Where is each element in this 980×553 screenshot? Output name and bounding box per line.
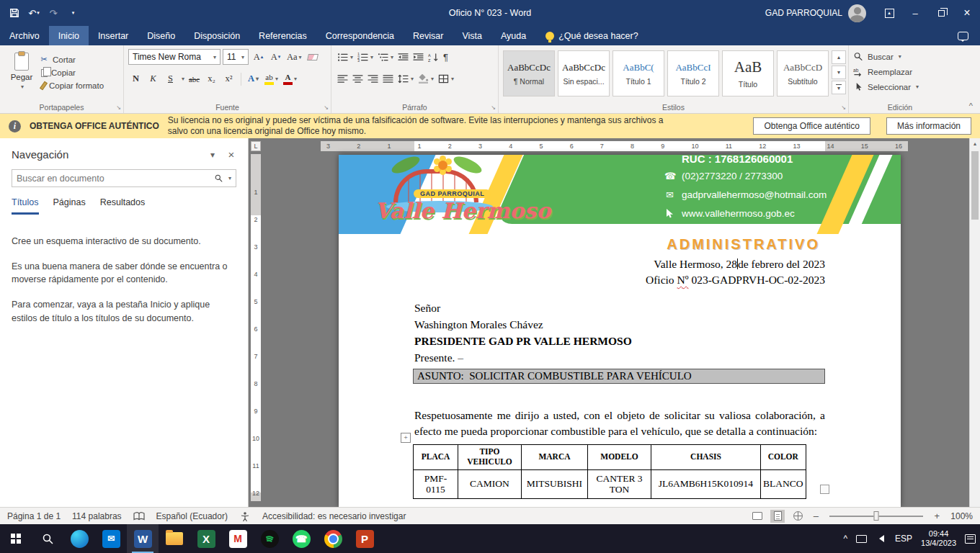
style-item[interactable]: AaBbCcD Subtítulo (777, 50, 829, 96)
ribbon-tab[interactable]: Archivo (0, 26, 49, 45)
word-count[interactable]: 114 palabras (72, 511, 122, 521)
dialog-launcher-icon[interactable]: ↘ (116, 104, 121, 111)
ribbon-tab[interactable]: Insertar (89, 26, 138, 45)
nav-pane-tab[interactable]: Títulos (12, 197, 39, 215)
table-resize-handle[interactable] (820, 485, 829, 494)
borders-button[interactable]: ▾ (437, 71, 455, 86)
powerpoint-icon[interactable]: P (349, 524, 380, 553)
get-office-button[interactable]: Obtenga Office auténtico (753, 117, 870, 135)
customize-quick-access-icon[interactable]: ▾ (64, 4, 81, 22)
spotify-icon[interactable] (254, 524, 285, 553)
clock[interactable]: 09:44 13/4/2023 (921, 529, 956, 548)
volume-icon[interactable] (876, 535, 886, 542)
collapse-ribbon-icon[interactable]: ^ (969, 102, 973, 110)
avatar[interactable] (848, 4, 866, 22)
start-button[interactable] (0, 524, 32, 553)
align-center-button[interactable] (351, 71, 365, 86)
ribbon-tab[interactable]: Correspondencia (316, 26, 404, 45)
hidden-icons-chevron[interactable]: ^ (843, 534, 847, 544)
search-icon[interactable] (214, 174, 223, 183)
tell-me-label[interactable]: ¿Qué desea hacer? (558, 26, 638, 45)
horizontal-ruler[interactable]: 32112345678910111213141516 (321, 141, 908, 151)
replace-button[interactable]: abReemplazar (853, 67, 948, 76)
ribbon-tab[interactable]: Inicio (49, 26, 89, 45)
style-item[interactable]: AaBbCcDc Sin espaci... (558, 50, 610, 96)
bullets-button[interactable]: ▾ (336, 49, 355, 65)
zoom-slider[interactable] (829, 516, 923, 517)
format-painter-button[interactable]: Copiar formato (39, 81, 104, 90)
mail-icon[interactable]: ✉ (95, 524, 127, 553)
find-button[interactable]: Buscar▾ (853, 52, 948, 61)
decrease-indent-button[interactable] (396, 49, 410, 65)
network-icon[interactable] (856, 535, 867, 543)
strikethrough-button[interactable]: abc (187, 71, 202, 86)
shading-button[interactable]: ▾ (416, 71, 435, 86)
chevron-down-icon[interactable]: ▾ (203, 150, 222, 160)
excel-icon[interactable]: X (190, 524, 222, 553)
scroll-up-icon[interactable]: ▴ (970, 138, 980, 149)
edge-icon[interactable] (63, 524, 95, 553)
close-button[interactable]: × (954, 0, 980, 26)
highlight-button[interactable]: ab▾ (263, 71, 280, 86)
justify-button[interactable] (381, 71, 395, 86)
web-layout-button[interactable] (790, 510, 805, 523)
grow-font-button[interactable]: A▴ (251, 50, 266, 65)
zoom-slider-thumb[interactable] (874, 511, 879, 521)
restore-button[interactable] (928, 0, 954, 26)
increase-indent-button[interactable] (411, 49, 425, 65)
font-color-button[interactable]: A▾ (282, 71, 298, 86)
cut-button[interactable]: ✂Cortar (39, 55, 104, 64)
clear-formatting-button[interactable] (306, 50, 321, 65)
styles-scroll-down-button[interactable]: ▾ (832, 66, 846, 79)
search-input[interactable] (17, 174, 210, 184)
sort-button[interactable]: AZ (427, 49, 440, 65)
ribbon-display-options-button[interactable]: ▴ (876, 0, 902, 26)
save-icon[interactable] (6, 4, 23, 22)
whatsapp-icon[interactable]: ☎ (285, 524, 317, 553)
ribbon-tab[interactable]: Vista (453, 26, 491, 45)
dialog-launcher-icon[interactable]: ↘ (491, 104, 496, 111)
redo-icon[interactable]: ↷ (45, 4, 62, 22)
align-right-button[interactable] (366, 71, 380, 86)
ribbon-tab[interactable]: Revisar (404, 26, 453, 45)
text-effects-button[interactable]: A▾ (246, 71, 261, 86)
print-layout-button[interactable] (770, 510, 785, 523)
font-size-combo[interactable]: 11▾ (223, 49, 249, 65)
vertical-ruler[interactable]: 123456789101112 (251, 154, 261, 501)
tab-stop-selector[interactable]: L (251, 141, 261, 151)
language-indicator[interactable]: ESP (895, 534, 912, 544)
dialog-launcher-icon[interactable]: ↘ (324, 104, 329, 111)
select-button[interactable]: Seleccionar▾ (853, 82, 948, 91)
ribbon-tab[interactable]: Ayuda (491, 26, 535, 45)
show-paragraph-marks-button[interactable]: ¶ (442, 49, 450, 65)
ribbon-tab[interactable]: Disposición (184, 26, 249, 45)
chevron-down-icon[interactable]: ▾ (182, 76, 184, 82)
subscript-button[interactable]: x₂ (204, 71, 219, 86)
scrollbar-thumb[interactable] (971, 151, 979, 220)
align-left-button[interactable] (336, 71, 349, 86)
zoom-level[interactable]: 100% (950, 511, 973, 521)
style-item[interactable]: AaBbCcI Título 2 (667, 50, 719, 96)
minimize-button[interactable]: – (902, 0, 928, 26)
bold-button[interactable]: N (128, 71, 143, 86)
font-name-combo[interactable]: Times New Roma▾ (128, 49, 220, 65)
more-info-button[interactable]: Más información (886, 117, 971, 135)
proofing-icon[interactable] (133, 511, 145, 521)
close-icon[interactable]: × (222, 148, 241, 161)
file-explorer-icon[interactable] (159, 524, 190, 553)
styles-scroll-up-button[interactable]: ▴ (832, 50, 846, 64)
read-mode-button[interactable] (750, 510, 765, 523)
zoom-in-button[interactable]: + (932, 511, 942, 521)
italic-button[interactable]: K (146, 71, 161, 86)
nav-pane-tab[interactable]: Resultados (100, 197, 146, 215)
table-move-handle[interactable]: + (401, 433, 411, 443)
vertical-scrollbar[interactable]: ▴ (969, 138, 980, 507)
superscript-button[interactable]: x² (221, 71, 236, 86)
document-page[interactable]: GAD PARROQUIAL Valle Hermoso RUC : 17681… (339, 155, 901, 507)
nav-pane-tab[interactable]: Páginas (53, 197, 86, 215)
styles-more-button[interactable]: ▾ (832, 81, 846, 94)
style-item[interactable]: AaBbC( Título 1 (612, 50, 664, 96)
style-item[interactable]: AaB Título (722, 50, 774, 96)
style-item[interactable]: AaBbCcDc ¶ Normal (503, 50, 555, 96)
page-count[interactable]: Página 1 de 1 (7, 511, 61, 521)
